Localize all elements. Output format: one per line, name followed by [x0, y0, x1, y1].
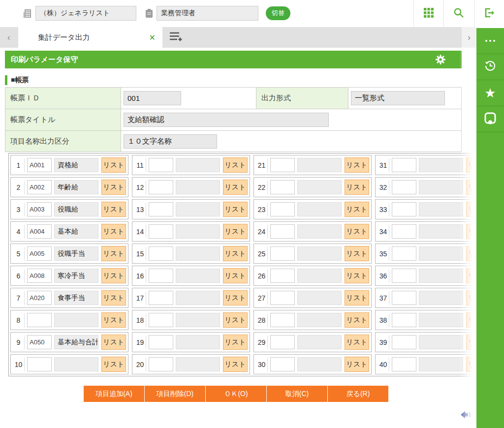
item-code-input[interactable] — [270, 224, 295, 239]
list-button[interactable]: リスト — [101, 157, 126, 173]
action-button[interactable]: ＯＫ(O) — [206, 386, 266, 402]
list-button[interactable]: リスト — [466, 290, 476, 306]
list-button[interactable]: リスト — [345, 246, 369, 261]
item-code-input[interactable] — [27, 202, 52, 216]
item-code-input[interactable] — [270, 335, 295, 349]
favorites-button[interactable]: ★ — [476, 80, 504, 106]
list-button[interactable]: リスト — [101, 268, 126, 283]
list-button[interactable]: リスト — [223, 268, 248, 283]
item-code-input[interactable] — [270, 313, 295, 327]
settings-button[interactable] — [435, 54, 446, 67]
list-button[interactable]: リスト — [223, 290, 248, 306]
action-button[interactable]: 取消(C) — [267, 386, 327, 402]
list-button[interactable]: リスト — [101, 335, 126, 350]
list-button[interactable]: リスト — [223, 312, 248, 328]
list-button[interactable]: リスト — [345, 180, 369, 195]
list-button[interactable]: リスト — [223, 357, 248, 372]
item-code-input[interactable] — [392, 335, 416, 349]
report-title-input[interactable] — [124, 113, 329, 127]
list-button[interactable]: リスト — [466, 312, 476, 328]
item-code-input[interactable] — [27, 246, 52, 261]
list-button[interactable]: リスト — [101, 246, 126, 261]
list-button[interactable]: リスト — [223, 335, 248, 350]
item-code-input[interactable] — [27, 291, 52, 305]
item-code-input[interactable] — [27, 313, 52, 327]
add-tab-button[interactable] — [167, 30, 184, 45]
item-code-input[interactable] — [149, 202, 173, 216]
list-button[interactable]: リスト — [223, 157, 248, 173]
list-button[interactable]: リスト — [101, 180, 126, 195]
item-code-input[interactable] — [270, 269, 295, 283]
item-code-input[interactable] — [270, 246, 295, 261]
item-code-input[interactable] — [27, 158, 52, 172]
apps-menu-button[interactable] — [413, 0, 443, 27]
tab-scroll-left-button[interactable]: ‹ — [0, 27, 18, 48]
company-input[interactable] — [35, 6, 136, 21]
list-button[interactable]: リスト — [466, 246, 476, 261]
logout-button[interactable] — [474, 0, 504, 27]
item-code-input[interactable] — [27, 224, 52, 239]
item-code-input[interactable] — [149, 224, 173, 239]
item-code-input[interactable] — [392, 224, 416, 239]
item-code-input[interactable] — [392, 291, 416, 305]
item-code-input[interactable] — [392, 158, 416, 172]
item-name-output-input[interactable] — [124, 134, 217, 149]
action-button[interactable]: 項目追加(A) — [84, 386, 144, 402]
action-button[interactable]: 戻る(R) — [328, 386, 388, 402]
action-button[interactable]: 項目削除(D) — [145, 386, 205, 402]
list-button[interactable]: リスト — [466, 224, 476, 239]
list-button[interactable]: リスト — [101, 290, 126, 306]
list-button[interactable]: リスト — [466, 157, 476, 173]
item-code-input[interactable] — [149, 313, 173, 327]
list-button[interactable]: リスト — [345, 290, 369, 306]
list-button[interactable]: リスト — [466, 180, 476, 195]
item-code-input[interactable] — [27, 269, 52, 283]
item-code-input[interactable] — [149, 291, 173, 305]
item-code-input[interactable] — [27, 180, 52, 194]
item-code-input[interactable] — [149, 158, 173, 172]
report-id-input[interactable] — [124, 91, 181, 105]
item-code-input[interactable] — [270, 158, 295, 172]
tab-active[interactable]: 集計データ出力 ✕ — [18, 27, 162, 48]
list-button[interactable]: リスト — [466, 268, 476, 283]
list-button[interactable]: リスト — [345, 335, 369, 350]
list-button[interactable]: リスト — [223, 246, 248, 261]
item-code-input[interactable] — [392, 246, 416, 261]
item-code-input[interactable] — [149, 246, 173, 261]
item-code-input[interactable] — [27, 335, 52, 349]
item-code-input[interactable] — [392, 357, 416, 371]
item-code-input[interactable] — [392, 202, 416, 216]
list-button[interactable]: リスト — [466, 335, 476, 350]
item-code-input[interactable] — [392, 313, 416, 327]
item-code-input[interactable] — [392, 180, 416, 194]
list-button[interactable]: リスト — [466, 202, 476, 217]
item-code-input[interactable] — [270, 202, 295, 216]
list-button[interactable]: リスト — [223, 202, 248, 217]
item-code-input[interactable] — [270, 180, 295, 194]
list-button[interactable]: リスト — [345, 357, 369, 372]
collapse-panel-button[interactable] — [461, 410, 473, 419]
history-button[interactable] — [476, 54, 504, 80]
item-code-input[interactable] — [392, 269, 416, 283]
item-code-input[interactable] — [27, 357, 52, 371]
output-format-input[interactable] — [351, 91, 445, 105]
item-code-input[interactable] — [149, 180, 173, 194]
list-button[interactable]: リスト — [345, 268, 369, 283]
list-button[interactable]: リスト — [223, 180, 248, 195]
item-code-input[interactable] — [149, 335, 173, 349]
list-button[interactable]: リスト — [345, 312, 369, 328]
list-button[interactable]: リスト — [223, 224, 248, 239]
more-options-button[interactable] — [476, 28, 504, 54]
switch-button[interactable]: 切替 — [266, 6, 290, 20]
list-button[interactable]: リスト — [101, 357, 126, 372]
role-input[interactable] — [157, 6, 258, 21]
list-button[interactable]: リスト — [101, 224, 126, 239]
item-code-input[interactable] — [149, 269, 173, 283]
list-button[interactable]: リスト — [101, 202, 126, 217]
list-button[interactable]: リスト — [345, 157, 369, 173]
search-button[interactable] — [443, 0, 473, 27]
tab-scroll-right-button[interactable]: › — [462, 27, 476, 48]
tab-close-icon[interactable]: ✕ — [149, 33, 156, 42]
list-button[interactable]: リスト — [466, 357, 476, 372]
item-code-input[interactable] — [270, 291, 295, 305]
